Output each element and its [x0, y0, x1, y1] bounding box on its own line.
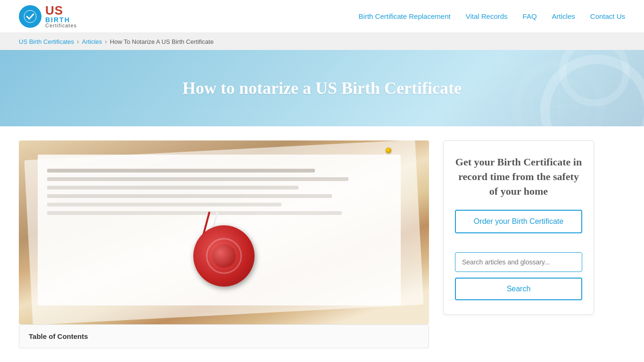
logo-certificates-text: Certificates	[45, 23, 77, 28]
breadcrumb-home[interactable]: US Birth Certificates	[19, 38, 74, 45]
nav-birth-certificate-replacement[interactable]: Birth Certificate Replacement	[359, 12, 451, 20]
wax-seal	[193, 225, 255, 287]
order-birth-certificate-button[interactable]: Order your Birth Certificate	[455, 210, 582, 233]
nav-faq[interactable]: FAQ	[523, 12, 537, 20]
breadcrumb-current: How To Notarize A US Birth Certificate	[110, 38, 214, 45]
svg-point-0	[24, 10, 36, 23]
breadcrumb-sep-1: ›	[77, 38, 79, 45]
nav-vital-records[interactable]: Vital Records	[466, 12, 508, 20]
search-section: Search	[455, 252, 582, 300]
breadcrumb-articles[interactable]: Articles	[82, 38, 102, 45]
sidebar-headline: Get your Birth Certificate in record tim…	[455, 155, 582, 198]
nav-contact-us[interactable]: Contact Us	[590, 12, 625, 20]
site-header: US BIRTH Certificates Birth Certificate …	[0, 0, 644, 33]
toc-box: Table of Contents	[19, 324, 429, 348]
logo-birth-text: BIRTH	[45, 16, 77, 23]
sidebar: Get your Birth Certificate in record tim…	[443, 140, 594, 315]
sidebar-card: Get your Birth Certificate in record tim…	[443, 140, 594, 315]
search-input[interactable]	[455, 252, 582, 272]
hero-decoration	[512, 59, 606, 126]
main-content: Table of Contents Get your Birth Certifi…	[0, 126, 644, 362]
search-button[interactable]: Search	[455, 278, 582, 300]
nav-articles[interactable]: Articles	[552, 12, 575, 20]
breadcrumb: US Birth Certificates › Articles › How T…	[0, 33, 644, 50]
logo-text: US BIRTH Certificates	[45, 4, 77, 28]
breadcrumb-sep-2: ›	[105, 38, 107, 45]
article-hero-image	[19, 140, 429, 324]
logo-us-text: US	[45, 4, 77, 16]
toc-title: Table of Contents	[29, 332, 419, 340]
logo-icon	[19, 5, 41, 28]
page-title: How to notarize a US Birth Certificate	[182, 78, 462, 98]
article-area: Table of Contents	[19, 140, 429, 348]
logo[interactable]: US BIRTH Certificates	[19, 4, 77, 28]
main-nav: Birth Certificate Replacement Vital Reco…	[359, 12, 625, 20]
hero-banner: How to notarize a US Birth Certificate	[0, 50, 644, 126]
